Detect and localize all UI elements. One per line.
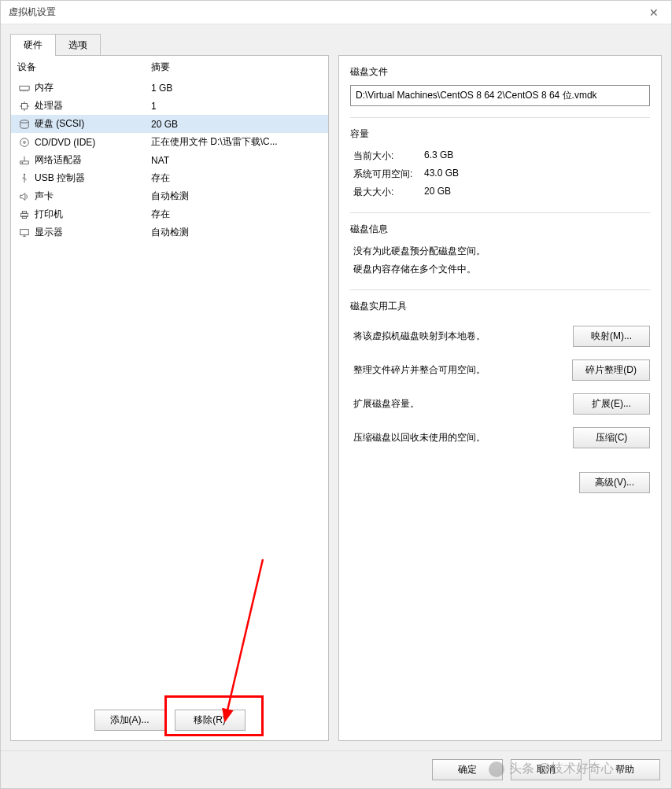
device-summary: 1 <box>151 101 322 112</box>
cap-max-row: 最大大小: 20 GB <box>350 183 650 201</box>
device-summary: 自动检测 <box>151 226 322 239</box>
separator <box>350 212 650 213</box>
net-icon <box>17 154 31 167</box>
device-summary: 存在 <box>151 208 322 221</box>
vm-settings-window: 虚拟机设置 ✕ 硬件 选项 设备 摘要 内存1 GB处理器1硬盘 (SCSI)2… <box>0 0 672 789</box>
cap-current-row: 当前大小: 6.3 GB <box>350 147 650 165</box>
util-expand-desc: 扩展磁盘容量。 <box>353 397 565 411</box>
util-map-row: 将该虚拟机磁盘映射到本地卷。 映射(M)... <box>350 319 650 353</box>
expand-button[interactable]: 扩展(E)... <box>573 393 650 415</box>
device-name: 硬盘 (SCSI) <box>35 117 151 131</box>
device-name: 处理器 <box>35 99 151 112</box>
device-summary: NAT <box>151 155 322 166</box>
device-row-cpu[interactable]: 处理器1 <box>11 97 328 115</box>
cpu-icon <box>17 100 31 112</box>
disk-icon <box>17 118 31 131</box>
device-panel: 设备 摘要 内存1 GB处理器1硬盘 (SCSI)20 GBCD/DVD (ID… <box>10 55 329 741</box>
svg-point-10 <box>20 120 29 123</box>
svg-point-12 <box>24 141 26 143</box>
cap-current-val: 6.3 GB <box>424 149 453 163</box>
advanced-row: 高级(V)... <box>350 455 650 493</box>
svg-rect-20 <box>20 229 29 234</box>
cap-max-label: 最大大小: <box>353 186 424 199</box>
device-summary: 20 GB <box>151 119 322 130</box>
util-compact-row: 压缩磁盘以回收未使用的空间。 压缩(C) <box>350 421 650 455</box>
device-row-disk[interactable]: 硬盘 (SCSI)20 GB <box>11 115 328 133</box>
tab-options[interactable]: 选项 <box>55 34 101 56</box>
util-expand-row: 扩展磁盘容量。 扩展(E)... <box>350 387 650 421</box>
svg-rect-5 <box>22 103 28 109</box>
device-row-usb[interactable]: USB 控制器存在 <box>11 169 328 187</box>
util-compact-desc: 压缩磁盘以回收未使用的空间。 <box>353 431 565 444</box>
svg-rect-0 <box>20 86 29 90</box>
device-name: 网络适配器 <box>35 153 151 167</box>
details-panel: 磁盘文件 D:\Virtual Machines\CentOS 8 64 2\C… <box>338 55 662 741</box>
svg-point-11 <box>20 138 29 146</box>
display-icon <box>17 227 31 239</box>
usb-icon <box>17 172 31 185</box>
device-buttons: 添加(A)... 移除(R) <box>11 700 328 740</box>
cd-icon <box>17 136 31 149</box>
util-title: 磁盘实用工具 <box>350 300 650 313</box>
footer: 确定 取消 帮助 头条 @技术好奇心 <box>1 750 671 788</box>
device-row-net[interactable]: 网络适配器NAT <box>11 151 328 169</box>
capacity-title: 容量 <box>350 127 650 141</box>
ok-button[interactable]: 确定 <box>432 759 503 780</box>
close-icon[interactable]: ✕ <box>644 6 663 19</box>
util-defrag-desc: 整理文件碎片并整合可用空间。 <box>353 363 564 377</box>
svg-point-16 <box>24 173 25 175</box>
compact-button[interactable]: 压缩(C) <box>573 427 650 448</box>
device-summary: 存在 <box>151 171 322 185</box>
device-summary: 正在使用文件 D:\迅雷下载\C... <box>151 135 322 149</box>
svg-point-14 <box>22 161 24 163</box>
titlebar: 虚拟机设置 ✕ <box>1 1 671 24</box>
device-row-cd[interactable]: CD/DVD (IDE)正在使用文件 D:\迅雷下载\C... <box>11 133 328 151</box>
cap-free-val: 43.0 GB <box>424 168 459 181</box>
cap-current-label: 当前大小: <box>353 149 424 163</box>
tab-bar: 硬件 选项 <box>1 24 671 56</box>
content-area: 设备 摘要 内存1 GB处理器1硬盘 (SCSI)20 GBCD/DVD (ID… <box>1 56 671 750</box>
diskfile-title: 磁盘文件 <box>350 65 650 79</box>
device-name: 显示器 <box>35 226 151 239</box>
device-name: CD/DVD (IDE) <box>35 137 151 148</box>
util-map-desc: 将该虚拟机磁盘映射到本地卷。 <box>353 330 565 343</box>
printer-icon <box>17 208 31 221</box>
cap-free-label: 系统可用空间: <box>353 168 424 181</box>
separator <box>350 117 650 118</box>
help-button[interactable]: 帮助 <box>589 759 660 780</box>
device-summary: 1 GB <box>151 83 322 94</box>
device-summary: 自动检测 <box>151 190 322 203</box>
defrag-button[interactable]: 碎片整理(D) <box>572 359 650 381</box>
device-name: 内存 <box>35 81 151 94</box>
map-button[interactable]: 映射(M)... <box>573 326 650 347</box>
info-line1: 没有为此硬盘预分配磁盘空间。 <box>350 242 650 260</box>
device-row-printer[interactable]: 打印机存在 <box>11 205 328 223</box>
util-defrag-row: 整理文件碎片并整合可用空间。 碎片整理(D) <box>350 353 650 387</box>
svg-rect-13 <box>20 160 29 164</box>
separator <box>350 289 650 290</box>
device-list-header: 设备 摘要 <box>11 56 328 79</box>
device-row-sound[interactable]: 声卡自动检测 <box>11 187 328 205</box>
col-summary: 摘要 <box>151 61 170 74</box>
add-button[interactable]: 添加(A)... <box>94 710 165 731</box>
cap-free-row: 系统可用空间: 43.0 GB <box>350 165 650 183</box>
tab-hardware[interactable]: 硬件 <box>10 34 56 56</box>
device-name: USB 控制器 <box>35 171 151 185</box>
advanced-button[interactable]: 高级(V)... <box>579 472 650 493</box>
device-row-memory[interactable]: 内存1 GB <box>11 79 328 97</box>
window-title: 虚拟机设置 <box>9 6 56 19</box>
device-name: 声卡 <box>35 190 151 203</box>
device-name: 打印机 <box>35 208 151 221</box>
sound-icon <box>17 190 31 203</box>
device-list[interactable]: 内存1 GB处理器1硬盘 (SCSI)20 GBCD/DVD (IDE)正在使用… <box>11 79 328 700</box>
remove-button[interactable]: 移除(R) <box>175 710 246 731</box>
device-row-display[interactable]: 显示器自动检测 <box>11 223 328 241</box>
cancel-button[interactable]: 取消 <box>511 759 582 780</box>
col-device: 设备 <box>17 61 151 74</box>
info-line2: 硬盘内容存储在多个文件中。 <box>350 260 650 278</box>
diskfile-path[interactable]: D:\Virtual Machines\CentOS 8 64 2\CentOS… <box>350 85 650 106</box>
svg-rect-18 <box>22 211 26 213</box>
info-title: 磁盘信息 <box>350 223 650 236</box>
cap-max-val: 20 GB <box>424 186 451 199</box>
memory-icon <box>17 82 31 94</box>
